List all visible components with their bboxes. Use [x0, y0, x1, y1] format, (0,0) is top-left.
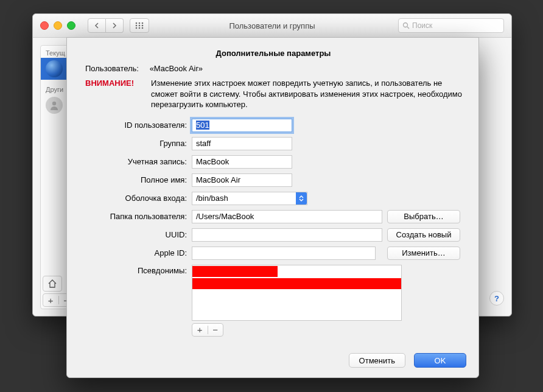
login-options-button[interactable]: [43, 276, 62, 292]
remove-alias-button[interactable]: −: [208, 324, 223, 335]
group-label: Группа:: [80, 139, 187, 148]
redacted-block: [193, 229, 362, 240]
aliases-list[interactable]: [192, 265, 402, 321]
search-placeholder: Поиск: [412, 21, 432, 30]
change-button[interactable]: Изменить…: [387, 247, 460, 260]
cancel-button[interactable]: Отменить: [349, 353, 405, 368]
titlebar: Пользователи и группы Поиск: [33, 14, 511, 38]
svg-point-5: [142, 25, 144, 27]
chevron-updown-icon: [296, 192, 307, 205]
avatar-icon: [46, 60, 63, 77]
svg-point-1: [139, 23, 141, 24]
svg-point-2: [142, 23, 144, 24]
sheet-title: Дополнительные параметры: [80, 49, 466, 58]
house-icon: [47, 279, 57, 288]
user-value: «MacBook Air»: [150, 64, 203, 73]
aliases-label: Псевдонимы:: [80, 265, 187, 275]
home-field[interactable]: [192, 210, 382, 223]
shell-select[interactable]: /bin/bash: [192, 192, 307, 205]
back-button[interactable]: [88, 18, 106, 33]
forward-button[interactable]: [106, 18, 124, 33]
help-button[interactable]: ?: [489, 291, 504, 306]
add-alias-button[interactable]: +: [192, 324, 208, 335]
appleid-field[interactable]: [192, 247, 382, 260]
search-icon: [402, 22, 410, 29]
zoom-icon[interactable]: [67, 21, 75, 30]
form: ID пользователя: Группа: Учетная запись:…: [80, 119, 466, 337]
fullname-cell: [192, 173, 382, 187]
uuid-field[interactable]: [192, 228, 382, 242]
user-label: Пользователь:: [85, 64, 147, 73]
account-field[interactable]: [192, 155, 292, 169]
svg-point-3: [136, 25, 138, 27]
fullname-label: Полное имя:: [80, 175, 187, 184]
create-new-button[interactable]: Создать новый: [387, 228, 460, 242]
svg-point-9: [404, 23, 408, 27]
warning-text: Изменение этих настроек может повредить …: [151, 78, 466, 110]
user-id-field[interactable]: [192, 119, 292, 132]
choose-button[interactable]: Выбрать…: [387, 210, 460, 223]
ok-button[interactable]: OK: [414, 353, 466, 368]
alias-add-remove: + −: [192, 323, 223, 337]
redacted-block: [192, 278, 401, 289]
advanced-options-sheet: Дополнительные параметры Пользователь: «…: [66, 37, 479, 378]
uuid-label: UUID:: [80, 230, 187, 239]
svg-point-11: [52, 102, 56, 105]
sheet-footer: Отменить OK: [80, 353, 466, 368]
fullname-field[interactable]: [192, 173, 292, 187]
user-id-label: ID пользователя:: [80, 121, 187, 130]
search-input[interactable]: Поиск: [398, 18, 504, 33]
warning-label: ВНИМАНИЕ!: [85, 78, 147, 110]
svg-point-6: [136, 27, 138, 29]
redacted-block: [193, 248, 278, 259]
appleid-label: Apple ID:: [80, 248, 187, 257]
group-field[interactable]: [192, 137, 292, 150]
nav-back-forward: [88, 18, 124, 33]
user-id-cell: [192, 119, 382, 132]
avatar-icon: [46, 97, 63, 114]
user-row: Пользователь: «MacBook Air»: [85, 64, 466, 73]
show-all-button[interactable]: [130, 18, 149, 33]
svg-point-4: [139, 25, 141, 27]
account-label: Учетная запись:: [80, 157, 187, 166]
svg-line-10: [407, 27, 409, 29]
window-controls: [40, 21, 75, 30]
shell-label: Оболочка входа:: [80, 194, 187, 203]
svg-point-7: [139, 27, 141, 29]
aliases-wrap: + −: [192, 265, 466, 337]
redacted-block: [192, 266, 278, 277]
account-cell: [192, 155, 382, 169]
svg-point-0: [136, 23, 138, 24]
home-label: Папка пользователя:: [80, 212, 187, 221]
shell-cell: /bin/bash: [192, 192, 382, 205]
minimize-icon[interactable]: [54, 21, 62, 30]
warning-row: ВНИМАНИЕ! Изменение этих настроек может …: [85, 78, 466, 110]
svg-point-8: [142, 27, 144, 29]
group-cell: [192, 137, 382, 150]
shell-value: /bin/bash: [192, 194, 296, 203]
close-icon[interactable]: [40, 21, 49, 30]
add-user-button[interactable]: +: [43, 295, 58, 306]
